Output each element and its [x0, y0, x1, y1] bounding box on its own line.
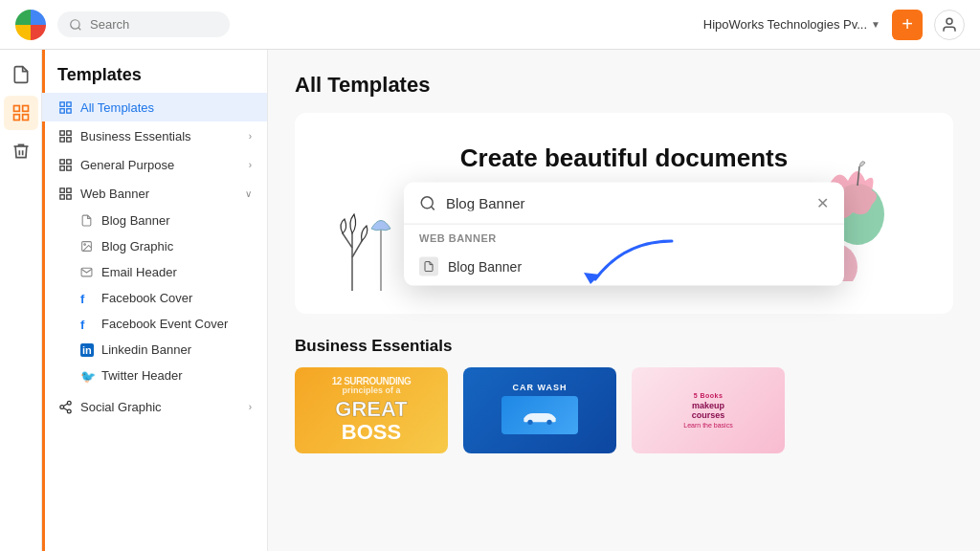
svg-rect-10	[66, 108, 70, 112]
svg-rect-14	[66, 137, 70, 141]
sidebar-sub-blog-banner[interactable]: Blog Banner	[42, 208, 267, 233]
svg-rect-4	[22, 106, 28, 112]
hero-search-input[interactable]	[446, 195, 807, 211]
svg-line-39	[431, 207, 434, 209]
sidebar-sub-blog-graphic[interactable]: Blog Graphic	[42, 233, 267, 259]
add-button[interactable]: +	[892, 10, 923, 40]
svg-point-25	[67, 401, 71, 405]
svg-rect-19	[59, 187, 63, 191]
facebook-event-cover-icon: f	[80, 318, 94, 331]
sidebar-icon-trash[interactable]	[4, 134, 38, 168]
search-result-label: Blog Banner	[448, 259, 522, 275]
svg-line-31	[343, 233, 352, 248]
svg-line-28	[63, 408, 67, 409]
user-icon	[941, 16, 958, 33]
deco-plant-left	[333, 186, 410, 304]
svg-point-0	[71, 19, 79, 28]
facebook-cover-icon: f	[80, 292, 94, 305]
company-chevron-icon: ▼	[871, 19, 880, 30]
general-purpose-chevron-icon: ›	[249, 160, 252, 170]
templates-grid: 12 Surrounding principles of a GREAT BOS…	[295, 367, 953, 453]
twitter-header-label: Twitter Header	[101, 368, 183, 383]
blog-banner-icon	[80, 214, 94, 228]
svg-line-32	[352, 241, 362, 257]
sidebar-sub-linkedin-banner[interactable]: in Linkedin Banner	[42, 337, 267, 363]
linkedin-banner-icon: in	[80, 343, 94, 357]
search-result-doc-icon	[419, 257, 438, 276]
main-content: All Templates	[268, 50, 980, 551]
top-search-box[interactable]	[57, 11, 230, 37]
sidebar-sub-email-header[interactable]: Email Header	[42, 259, 267, 285]
svg-rect-7	[59, 101, 63, 105]
template-card-2[interactable]: CAR WASH	[463, 367, 616, 453]
svg-rect-5	[13, 115, 19, 121]
top-search-input[interactable]	[90, 17, 205, 32]
svg-point-2	[947, 18, 952, 24]
sidebar-item-all-templates[interactable]: All Templates	[42, 93, 267, 121]
sidebar-item-social-graphic-label: Social Graphic	[80, 400, 162, 414]
sidebar-icon-file[interactable]	[4, 57, 38, 92]
left-sidebar: Templates All Templates Business Essenti…	[42, 50, 268, 551]
template-card-3[interactable]: 5 Books makeup courses Learn the basics	[632, 367, 785, 453]
app-logo[interactable]	[15, 10, 46, 40]
facebook-cover-label: Facebook Cover	[101, 291, 192, 305]
svg-line-1	[78, 27, 81, 30]
search-overlay-input-row: ✕	[404, 183, 844, 225]
sidebar-sub-facebook-event-cover[interactable]: f Facebook Event Cover	[42, 311, 267, 337]
svg-rect-13	[59, 137, 63, 141]
arrow-decoration	[567, 236, 681, 298]
svg-point-24	[84, 243, 86, 245]
sidebar-title: Templates	[42, 50, 267, 93]
sidebar-item-all-templates-label: All Templates	[80, 100, 154, 115]
page-title: All Templates	[295, 73, 953, 98]
section-title-business-essentials: Business Essentials	[295, 337, 953, 356]
svg-rect-15	[59, 159, 63, 163]
web-banner-chevron-icon: ∨	[245, 188, 252, 199]
sidebar-sub-facebook-cover[interactable]: f Facebook Cover	[42, 285, 267, 311]
svg-rect-11	[59, 130, 63, 134]
all-templates-icon	[57, 99, 73, 115]
general-purpose-icon	[57, 157, 73, 172]
svg-line-29	[63, 404, 67, 406]
svg-rect-3	[13, 106, 19, 112]
business-essentials-chevron-icon: ›	[249, 131, 252, 142]
company-name[interactable]: HipoWorks Technologies Pv... ▼	[703, 17, 880, 32]
linkedin-banner-label: Linkedin Banner	[101, 342, 191, 357]
sidebar-item-web-banner[interactable]: Web Banner ∨	[42, 179, 267, 208]
facebook-event-cover-label: Facebook Event Cover	[101, 317, 228, 331]
svg-rect-17	[59, 165, 63, 169]
svg-rect-21	[59, 194, 63, 198]
search-clear-icon[interactable]: ✕	[816, 194, 829, 212]
business-essentials-icon	[57, 128, 73, 143]
icon-sidebar	[0, 50, 42, 551]
svg-rect-20	[66, 187, 70, 191]
blog-graphic-label: Blog Graphic	[101, 239, 173, 253]
svg-point-27	[67, 409, 71, 413]
svg-rect-12	[66, 130, 70, 134]
svg-point-38	[421, 196, 433, 208]
svg-rect-18	[66, 165, 70, 169]
sidebar-item-web-banner-label: Web Banner	[80, 187, 149, 201]
social-graphic-icon	[57, 399, 73, 414]
sidebar-item-business-essentials-label: Business Essentials	[80, 129, 191, 143]
hero-banner: Create beautiful documents ✕ Web Banner …	[295, 113, 953, 314]
main-layout: Templates All Templates Business Essenti…	[0, 50, 980, 551]
blog-graphic-icon	[80, 240, 94, 253]
blog-banner-label: Blog Banner	[101, 213, 170, 228]
svg-point-26	[59, 405, 63, 408]
social-graphic-chevron-icon: ›	[249, 402, 252, 412]
sidebar-item-general-purpose[interactable]: General Purpose ›	[42, 150, 267, 179]
sidebar-sub-twitter-header[interactable]: 🐦 Twitter Header	[42, 363, 267, 388]
svg-point-42	[546, 420, 551, 425]
twitter-header-icon: 🐦	[80, 369, 94, 383]
template-card-1[interactable]: 12 Surrounding principles of a GREAT BOS…	[295, 367, 448, 453]
web-banner-icon	[57, 186, 73, 201]
sidebar-icon-templates[interactable]	[4, 96, 38, 130]
svg-rect-22	[66, 194, 70, 198]
sidebar-item-social-graphic[interactable]: Social Graphic ›	[42, 392, 267, 421]
svg-rect-9	[59, 108, 63, 112]
top-search-icon	[69, 18, 82, 32]
user-avatar[interactable]	[934, 10, 965, 40]
email-header-icon	[80, 266, 94, 279]
sidebar-item-business-essentials[interactable]: Business Essentials ›	[42, 121, 267, 150]
